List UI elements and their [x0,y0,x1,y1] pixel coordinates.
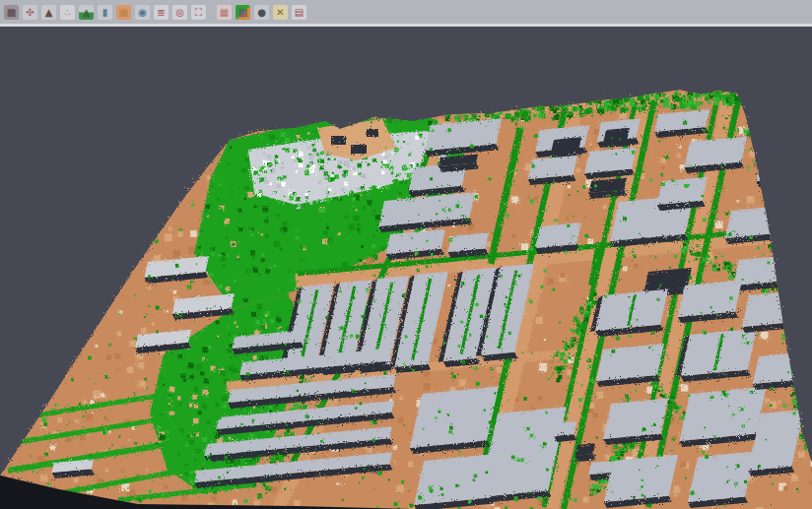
open-project-icon[interactable]: ▩ [4,5,19,20]
toolbar-separator [208,5,215,20]
point-cloud-viewer-window: ▩✣▲∴▲▮▣◉≣◎⛶▦▧●✕▤ [0,0,812,509]
clip-box-icon[interactable]: ▦ [217,5,232,20]
landscape-icon[interactable]: ▲ [79,5,94,20]
globe-icon[interactable]: ◉ [135,5,150,20]
zoom-fit-icon[interactable]: ✣ [23,5,37,20]
ruler-icon[interactable]: ▮ [98,5,112,20]
classification-colors-icon[interactable]: ▧ [236,5,250,20]
target-icon[interactable]: ◎ [172,5,187,20]
toolbar: ▩✣▲∴▲▮▣◉≣◎⛶▦▧●✕▤ [0,0,812,24]
ortho-view-icon[interactable]: ▣ [116,5,131,20]
annotation-delete-icon[interactable]: ✕ [273,5,288,20]
terrain-mountain-icon[interactable]: ▲ [41,5,56,20]
viewport-canvas-3d-point-cloud[interactable] [0,27,812,509]
layer-list-icon[interactable]: ≣ [154,5,169,20]
zoom-extent-icon[interactable]: ⛶ [191,5,206,20]
render-sphere-icon[interactable]: ● [254,5,269,20]
point-cloud-icon[interactable]: ∴ [60,5,75,20]
flag-bars-icon[interactable]: ▤ [292,5,306,20]
